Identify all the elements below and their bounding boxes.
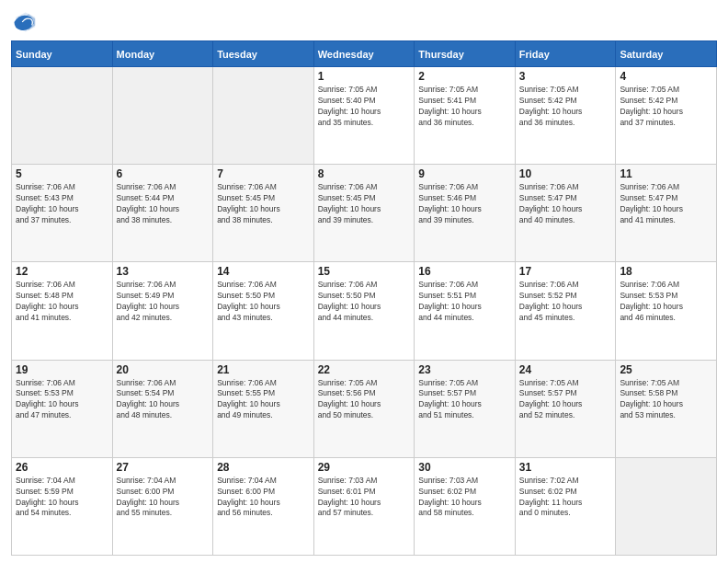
day-info: Sunrise: 7:06 AM Sunset: 5:49 PM Dayligh… — [117, 280, 210, 324]
calendar-cell: 12Sunrise: 7:06 AM Sunset: 5:48 PM Dayli… — [12, 262, 113, 360]
calendar-cell: 19Sunrise: 7:06 AM Sunset: 5:53 PM Dayli… — [12, 360, 113, 457]
day-number: 31 — [519, 461, 612, 474]
day-number: 4 — [620, 70, 712, 83]
calendar-cell: 9Sunrise: 7:06 AM Sunset: 5:46 PM Daylig… — [415, 165, 516, 262]
day-info: Sunrise: 7:06 AM Sunset: 5:48 PM Dayligh… — [16, 280, 108, 324]
day-info: Sunrise: 7:05 AM Sunset: 5:41 PM Dayligh… — [418, 85, 511, 129]
day-info: Sunrise: 7:05 AM Sunset: 5:58 PM Dayligh… — [620, 378, 712, 422]
weekday-header-tuesday: Tuesday — [213, 41, 314, 67]
weekday-header-friday: Friday — [515, 41, 616, 67]
day-info: Sunrise: 7:06 AM Sunset: 5:46 PM Dayligh… — [418, 182, 511, 226]
calendar-cell: 13Sunrise: 7:06 AM Sunset: 5:49 PM Dayli… — [112, 262, 213, 360]
calendar-cell: 24Sunrise: 7:05 AM Sunset: 5:57 PM Dayli… — [515, 360, 616, 457]
day-number: 13 — [117, 265, 210, 278]
calendar-cell: 29Sunrise: 7:03 AM Sunset: 6:01 PM Dayli… — [313, 457, 415, 555]
day-info: Sunrise: 7:03 AM Sunset: 6:01 PM Dayligh… — [318, 476, 411, 520]
day-info: Sunrise: 7:04 AM Sunset: 6:00 PM Dayligh… — [117, 476, 210, 520]
calendar-cell: 7Sunrise: 7:06 AM Sunset: 5:45 PM Daylig… — [213, 165, 314, 262]
page: SundayMondayTuesdayWednesdayThursdayFrid… — [0, 0, 728, 563]
day-number: 21 — [217, 363, 310, 376]
day-info: Sunrise: 7:06 AM Sunset: 5:43 PM Dayligh… — [16, 182, 108, 226]
calendar-table: SundayMondayTuesdayWednesdayThursdayFrid… — [11, 40, 717, 556]
calendar-cell: 16Sunrise: 7:06 AM Sunset: 5:51 PM Dayli… — [415, 262, 516, 360]
day-number: 27 — [117, 461, 210, 474]
day-number: 15 — [318, 265, 411, 278]
day-info: Sunrise: 7:06 AM Sunset: 5:45 PM Dayligh… — [217, 182, 310, 226]
day-info: Sunrise: 7:06 AM Sunset: 5:55 PM Dayligh… — [217, 378, 310, 422]
day-number: 10 — [519, 167, 612, 180]
day-info: Sunrise: 7:05 AM Sunset: 5:57 PM Dayligh… — [418, 378, 511, 422]
calendar-cell — [616, 457, 717, 555]
day-number: 6 — [117, 167, 210, 180]
day-number: 28 — [217, 461, 310, 474]
day-number: 1 — [318, 70, 411, 83]
day-info: Sunrise: 7:06 AM Sunset: 5:52 PM Dayligh… — [519, 280, 612, 324]
calendar-cell: 22Sunrise: 7:05 AM Sunset: 5:56 PM Dayli… — [313, 360, 415, 457]
day-info: Sunrise: 7:06 AM Sunset: 5:47 PM Dayligh… — [519, 182, 612, 226]
day-info: Sunrise: 7:06 AM Sunset: 5:53 PM Dayligh… — [620, 280, 712, 324]
day-number: 3 — [519, 70, 612, 83]
calendar-cell: 10Sunrise: 7:06 AM Sunset: 5:47 PM Dayli… — [515, 165, 616, 262]
day-number: 11 — [620, 167, 712, 180]
calendar-week-2: 5Sunrise: 7:06 AM Sunset: 5:43 PM Daylig… — [12, 165, 717, 262]
calendar-week-4: 19Sunrise: 7:06 AM Sunset: 5:53 PM Dayli… — [12, 360, 717, 457]
logo-icon — [11, 9, 37, 35]
day-info: Sunrise: 7:05 AM Sunset: 5:42 PM Dayligh… — [620, 85, 712, 129]
calendar-cell — [12, 67, 113, 165]
weekday-header-monday: Monday — [112, 41, 213, 67]
day-number: 5 — [16, 167, 108, 180]
calendar-cell: 30Sunrise: 7:03 AM Sunset: 6:02 PM Dayli… — [415, 457, 516, 555]
day-info: Sunrise: 7:04 AM Sunset: 6:00 PM Dayligh… — [217, 476, 310, 520]
calendar-cell: 27Sunrise: 7:04 AM Sunset: 6:00 PM Dayli… — [112, 457, 213, 555]
day-number: 14 — [217, 265, 310, 278]
header — [11, 9, 717, 35]
calendar-cell: 28Sunrise: 7:04 AM Sunset: 6:00 PM Dayli… — [213, 457, 314, 555]
day-number: 24 — [519, 363, 612, 376]
day-info: Sunrise: 7:06 AM Sunset: 5:51 PM Dayligh… — [418, 280, 511, 324]
calendar-cell: 25Sunrise: 7:05 AM Sunset: 5:58 PM Dayli… — [616, 360, 717, 457]
day-number: 18 — [620, 265, 712, 278]
day-info: Sunrise: 7:05 AM Sunset: 5:56 PM Dayligh… — [318, 378, 411, 422]
calendar-cell: 17Sunrise: 7:06 AM Sunset: 5:52 PM Dayli… — [515, 262, 616, 360]
day-info: Sunrise: 7:05 AM Sunset: 5:42 PM Dayligh… — [519, 85, 612, 129]
weekday-header-wednesday: Wednesday — [313, 41, 415, 67]
weekday-header-sunday: Sunday — [12, 41, 113, 67]
day-info: Sunrise: 7:06 AM Sunset: 5:50 PM Dayligh… — [318, 280, 411, 324]
calendar-header-row: SundayMondayTuesdayWednesdayThursdayFrid… — [12, 41, 717, 67]
day-number: 25 — [620, 363, 712, 376]
day-info: Sunrise: 7:06 AM Sunset: 5:54 PM Dayligh… — [117, 378, 210, 422]
calendar-week-3: 12Sunrise: 7:06 AM Sunset: 5:48 PM Dayli… — [12, 262, 717, 360]
day-number: 22 — [318, 363, 411, 376]
calendar-cell — [213, 67, 314, 165]
day-number: 20 — [117, 363, 210, 376]
day-info: Sunrise: 7:02 AM Sunset: 6:02 PM Dayligh… — [519, 476, 612, 520]
calendar-cell: 5Sunrise: 7:06 AM Sunset: 5:43 PM Daylig… — [12, 165, 113, 262]
calendar-cell: 11Sunrise: 7:06 AM Sunset: 5:47 PM Dayli… — [616, 165, 717, 262]
calendar-week-5: 26Sunrise: 7:04 AM Sunset: 5:59 PM Dayli… — [12, 457, 717, 555]
day-info: Sunrise: 7:06 AM Sunset: 5:44 PM Dayligh… — [117, 182, 210, 226]
day-info: Sunrise: 7:06 AM Sunset: 5:47 PM Dayligh… — [620, 182, 712, 226]
day-info: Sunrise: 7:06 AM Sunset: 5:50 PM Dayligh… — [217, 280, 310, 324]
weekday-header-saturday: Saturday — [616, 41, 717, 67]
calendar-cell: 14Sunrise: 7:06 AM Sunset: 5:50 PM Dayli… — [213, 262, 314, 360]
calendar-week-1: 1Sunrise: 7:05 AM Sunset: 5:40 PM Daylig… — [12, 67, 717, 165]
calendar-cell: 4Sunrise: 7:05 AM Sunset: 5:42 PM Daylig… — [616, 67, 717, 165]
day-number: 7 — [217, 167, 310, 180]
logo — [11, 9, 40, 35]
calendar-cell: 21Sunrise: 7:06 AM Sunset: 5:55 PM Dayli… — [213, 360, 314, 457]
day-number: 9 — [418, 167, 511, 180]
calendar-cell: 20Sunrise: 7:06 AM Sunset: 5:54 PM Dayli… — [112, 360, 213, 457]
calendar-cell: 2Sunrise: 7:05 AM Sunset: 5:41 PM Daylig… — [415, 67, 516, 165]
day-number: 26 — [16, 461, 108, 474]
calendar-cell: 3Sunrise: 7:05 AM Sunset: 5:42 PM Daylig… — [515, 67, 616, 165]
day-number: 29 — [318, 461, 411, 474]
calendar-cell: 26Sunrise: 7:04 AM Sunset: 5:59 PM Dayli… — [12, 457, 113, 555]
calendar-cell: 23Sunrise: 7:05 AM Sunset: 5:57 PM Dayli… — [415, 360, 516, 457]
day-info: Sunrise: 7:05 AM Sunset: 5:40 PM Dayligh… — [318, 85, 411, 129]
day-info: Sunrise: 7:06 AM Sunset: 5:53 PM Dayligh… — [16, 378, 108, 422]
day-number: 12 — [16, 265, 108, 278]
day-info: Sunrise: 7:03 AM Sunset: 6:02 PM Dayligh… — [418, 476, 511, 520]
calendar-cell — [112, 67, 213, 165]
calendar-cell: 15Sunrise: 7:06 AM Sunset: 5:50 PM Dayli… — [313, 262, 415, 360]
day-number: 17 — [519, 265, 612, 278]
